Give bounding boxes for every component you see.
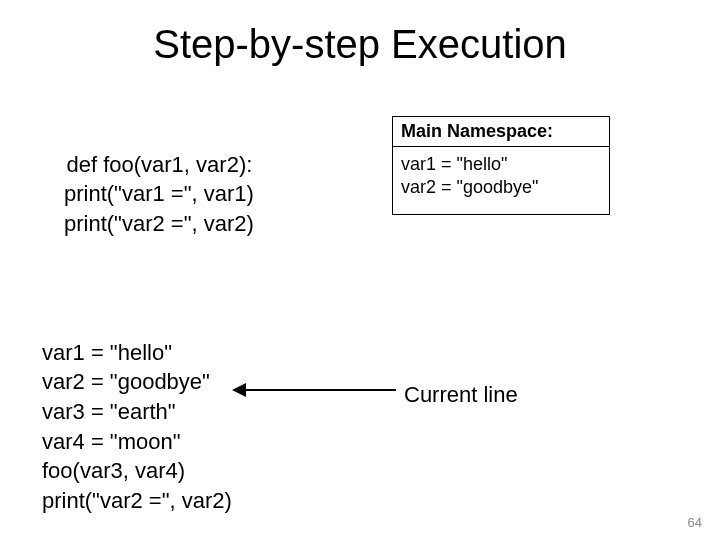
code-block-main: var1 = "hello" var2 = "goodbye" var3 = "…: [42, 308, 232, 540]
code-line: print("var2 =", var2): [42, 209, 254, 239]
namespace-body: var1 = "hello" var2 = "goodbye": [393, 147, 609, 214]
namespace-entry: var1 = "hello": [401, 153, 601, 176]
page-title: Step-by-step Execution: [0, 22, 720, 67]
code-line: var2 = "goodbye": [42, 369, 210, 394]
code-line: var4 = "moon": [42, 429, 181, 454]
page-number: 64: [688, 515, 702, 530]
code-line: foo(var3, var4): [42, 458, 185, 483]
arrow-left-icon: [230, 378, 398, 402]
svg-marker-1: [232, 383, 246, 397]
code-line: def foo(var1, var2):: [66, 152, 252, 177]
slide: Step-by-step Execution def foo(var1, var…: [0, 0, 720, 540]
code-line: var3 = "earth": [42, 399, 176, 424]
current-line-label: Current line: [404, 382, 518, 408]
code-block-function: def foo(var1, var2): print("var1 =", var…: [42, 120, 254, 298]
code-line: print("var1 =", var1): [42, 179, 254, 209]
code-line: var1 = "hello": [42, 340, 172, 365]
namespace-box: Main Namespace: var1 = "hello" var2 = "g…: [392, 116, 610, 215]
namespace-entry: var2 = "goodbye": [401, 176, 601, 199]
namespace-header: Main Namespace:: [393, 117, 609, 147]
code-line: print("var2 =", var2): [42, 488, 232, 513]
